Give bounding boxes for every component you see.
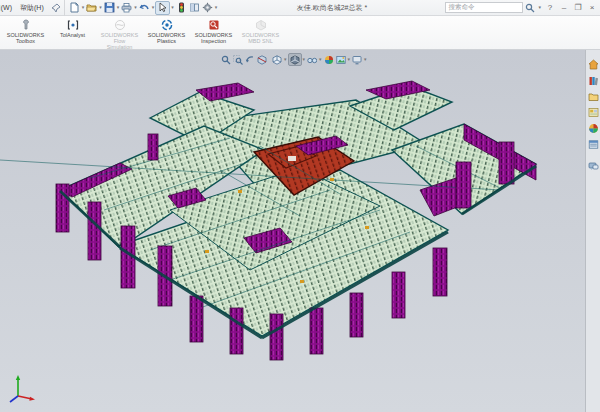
folder-icon [588, 91, 599, 102]
design-library-button[interactable] [587, 74, 600, 87]
search-placeholder: 搜索命令 [448, 3, 474, 12]
addin-mbd-button[interactable]: SOLIDWORKS MBD SNL [237, 18, 284, 44]
restore-button[interactable]: ❐ [572, 2, 584, 14]
appearances-ball-icon [588, 123, 599, 134]
undo-arrow-icon [139, 2, 150, 13]
appearances-button[interactable] [587, 122, 600, 135]
open-folder-icon [86, 2, 97, 13]
solidworks-window: 窗口(W) 帮助(H) ▾ ▾ [0, 0, 600, 412]
zoom-to-area-icon [233, 55, 243, 65]
undo-button[interactable] [138, 1, 151, 15]
view-palette-button[interactable] [587, 106, 600, 119]
addin-toolbox-button[interactable]: SOLIDWORKS Toolbox [2, 18, 49, 44]
zoom-to-fit-button[interactable] [220, 53, 232, 66]
apply-scene-button[interactable] [335, 53, 347, 66]
view-orientation-icon [272, 55, 282, 65]
previous-view-icon [245, 55, 255, 65]
addin-label: Plastics [157, 38, 176, 44]
heads-up-toolbar: ▾ ▾ ▾ [220, 53, 368, 66]
open-button[interactable] [85, 1, 98, 15]
new-caret[interactable]: ▾ [82, 5, 85, 10]
print-caret[interactable]: ▾ [134, 5, 137, 10]
close-button[interactable]: × [586, 2, 598, 14]
graphics-viewport[interactable]: ▾ ▾ ▾ [0, 50, 600, 412]
home-icon [588, 59, 599, 70]
reference-triad [4, 374, 38, 404]
options-book-button[interactable] [188, 1, 201, 15]
toolbox-icon [20, 19, 32, 31]
pin-menu-icon[interactable] [51, 3, 61, 13]
display-style-button[interactable] [288, 53, 302, 66]
select-caret[interactable]: ▾ [171, 5, 174, 10]
flow-simulation-icon [114, 19, 126, 31]
view-settings-caret[interactable]: ▾ [364, 57, 367, 62]
menu-window[interactable]: 窗口(W) [0, 3, 16, 13]
view-orientation-button[interactable] [271, 53, 283, 66]
file-explorer-button[interactable] [587, 90, 600, 103]
printer-icon [121, 2, 132, 13]
section-view-button[interactable] [256, 53, 268, 66]
settings-caret[interactable]: ▾ [215, 5, 218, 10]
view-settings-icon [352, 55, 362, 65]
select-button[interactable] [155, 1, 170, 15]
view-palette-icon [588, 107, 599, 118]
zoom-to-area-button[interactable] [232, 53, 244, 66]
save-caret[interactable]: ▾ [117, 5, 120, 10]
save-button[interactable] [103, 1, 116, 15]
tolanalyst-icon [67, 19, 79, 31]
quick-access-toolbar: ▾ ▾ ▾ ▾ [64, 0, 219, 16]
hide-show-items-button[interactable] [306, 53, 318, 66]
apply-scene-icon [336, 55, 346, 65]
addin-plastics-button[interactable]: SOLIDWORKS Plastics [143, 18, 190, 44]
design-library-icon [588, 75, 599, 86]
select-cursor-icon [157, 2, 168, 13]
zoom-to-fit-icon [221, 55, 231, 65]
search-icon[interactable] [525, 3, 535, 13]
apply-scene-caret[interactable]: ▾ [348, 57, 351, 62]
search-input[interactable]: 搜索命令 [445, 2, 523, 13]
new-button[interactable] [68, 1, 81, 15]
display-style-icon [290, 55, 300, 65]
hide-show-items-caret[interactable]: ▾ [319, 57, 322, 62]
undo-caret[interactable]: ▾ [152, 5, 155, 10]
addin-label: Inspection [201, 38, 226, 44]
display-style-caret[interactable]: ▾ [303, 57, 306, 62]
addin-inspection-button[interactable]: SOLIDWORKS Inspection [190, 18, 237, 44]
inspection-icon [208, 19, 220, 31]
forum-icon [588, 161, 599, 172]
forum-button[interactable] [587, 160, 600, 173]
print-button[interactable] [120, 1, 133, 15]
assembly-model[interactable] [0, 50, 600, 412]
plastics-icon [161, 19, 173, 31]
mbd-icon [255, 19, 267, 31]
hide-show-items-icon [307, 55, 317, 65]
view-settings-button[interactable] [351, 53, 363, 66]
titlebar-right: 搜索命令 ▾ ? – ❐ × [445, 2, 600, 14]
save-disk-icon [104, 2, 115, 13]
previous-view-button[interactable] [244, 53, 256, 66]
help-button[interactable]: ? [544, 2, 556, 14]
document-title: 友佳.欧尚名城2#总装 * [218, 3, 445, 13]
gear-icon [202, 2, 213, 13]
addin-flow-simulation-button[interactable]: SOLIDWORKS Flow Simulation [96, 18, 143, 50]
custom-properties-button[interactable] [587, 138, 600, 151]
addin-tolanalyst-button[interactable]: TolAnalyst [49, 18, 96, 38]
resources-home-button[interactable] [587, 58, 600, 71]
addin-label: Toolbox [16, 38, 35, 44]
open-caret[interactable]: ▾ [99, 5, 102, 10]
options-book-icon [189, 2, 200, 13]
rebuild-button[interactable] [175, 1, 188, 15]
edit-appearance-button[interactable] [323, 53, 335, 66]
minimize-button[interactable]: – [558, 2, 570, 14]
menu-help[interactable]: 帮助(H) [16, 3, 48, 13]
title-bar: 窗口(W) 帮助(H) ▾ ▾ [0, 0, 600, 16]
task-pane [585, 50, 600, 412]
view-orientation-caret[interactable]: ▾ [284, 57, 287, 62]
traffic-light-icon [176, 2, 187, 13]
search-caret[interactable]: ▾ [538, 5, 541, 10]
section-view-icon [257, 55, 267, 65]
new-document-icon [69, 2, 80, 13]
settings-button[interactable] [201, 1, 214, 15]
edit-appearance-icon [324, 55, 334, 65]
command-manager: SOLIDWORKS Toolbox TolAnalyst SOLIDWORKS… [0, 16, 600, 50]
